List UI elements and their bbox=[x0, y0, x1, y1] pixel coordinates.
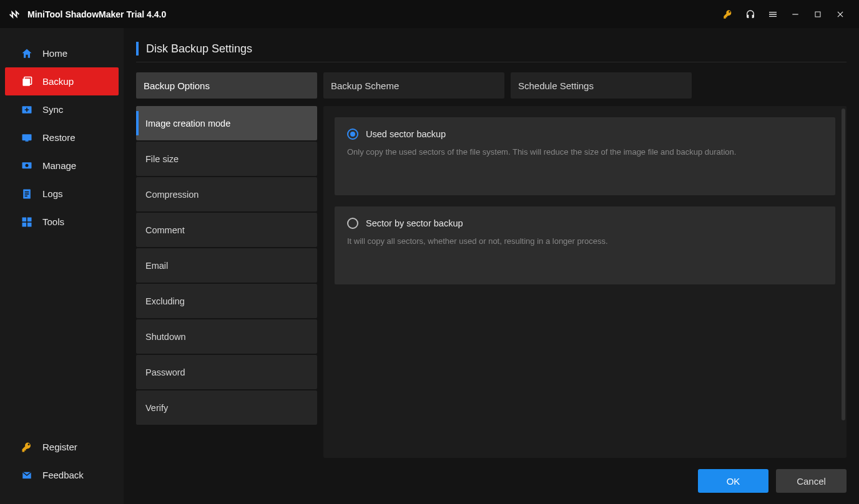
radio-description: Only copy the used sectors of the file s… bbox=[347, 146, 823, 158]
radio-used-sector-backup[interactable]: Used sector backup bbox=[347, 128, 823, 140]
logs-icon bbox=[20, 187, 34, 201]
svg-rect-16 bbox=[27, 217, 32, 221]
settings-tabs: Backup Options Backup Scheme Schedule Se… bbox=[136, 72, 847, 99]
svg-rect-8 bbox=[26, 140, 29, 142]
svg-rect-7 bbox=[22, 134, 32, 140]
option-detail-panel: Used sector backup Only copy the used se… bbox=[323, 106, 847, 458]
content-area: Disk Backup Settings Backup Options Back… bbox=[124, 28, 859, 504]
svg-rect-18 bbox=[27, 222, 32, 226]
sidebar-item-restore[interactable]: Restore bbox=[5, 124, 119, 152]
radio-button-icon bbox=[347, 218, 358, 229]
sidebar-item-tools[interactable]: Tools bbox=[5, 208, 119, 236]
radio-card-used-sector: Used sector backup Only copy the used se… bbox=[335, 117, 835, 195]
sidebar-item-feedback[interactable]: Feedback bbox=[5, 461, 119, 489]
sidebar-item-backup[interactable]: Backup bbox=[5, 67, 119, 95]
sidebar-bottom-nav: Register Feedback bbox=[0, 433, 124, 489]
svg-point-10 bbox=[26, 163, 29, 167]
sidebar-item-logs[interactable]: Logs bbox=[5, 180, 119, 208]
sidebar-item-label: Logs bbox=[42, 188, 63, 199]
sidebar-main-nav: Home Backup Sync Restore Manage Logs bbox=[0, 39, 124, 236]
sidebar-item-label: Home bbox=[42, 48, 67, 59]
sync-icon bbox=[20, 103, 34, 117]
svg-rect-1 bbox=[815, 12, 820, 17]
option-email[interactable]: Email bbox=[136, 248, 317, 283]
scrollbar[interactable] bbox=[842, 109, 845, 420]
home-icon bbox=[20, 47, 34, 61]
cancel-button[interactable]: Cancel bbox=[776, 469, 847, 493]
radio-card-sector-by-sector: Sector by sector backup It will copy all… bbox=[335, 206, 835, 284]
radio-sector-by-sector-backup[interactable]: Sector by sector backup bbox=[347, 218, 823, 229]
option-password[interactable]: Password bbox=[136, 355, 317, 389]
option-verify[interactable]: Verify bbox=[136, 390, 317, 425]
option-excluding[interactable]: Excluding bbox=[136, 284, 317, 318]
sidebar-item-manage[interactable]: Manage bbox=[5, 152, 119, 180]
mail-icon bbox=[20, 468, 34, 482]
titlebar: MiniTool ShadowMaker Trial 4.4.0 bbox=[0, 0, 859, 28]
radio-label: Sector by sector backup bbox=[366, 218, 463, 228]
options-list: Image creation mode File size Compressio… bbox=[136, 106, 317, 458]
radio-label: Used sector backup bbox=[366, 129, 446, 139]
tab-backup-options[interactable]: Backup Options bbox=[136, 72, 317, 99]
sidebar-item-label: Tools bbox=[42, 216, 64, 227]
sidebar-item-label: Restore bbox=[42, 132, 76, 143]
sidebar: Home Backup Sync Restore Manage Logs bbox=[0, 28, 124, 504]
footer-buttons: OK Cancel bbox=[136, 458, 847, 493]
key-icon[interactable] bbox=[717, 0, 739, 28]
svg-rect-17 bbox=[22, 222, 27, 226]
option-comment[interactable]: Comment bbox=[136, 213, 317, 247]
sidebar-item-label: Sync bbox=[42, 104, 63, 115]
radio-description: It will copy all sectors, whether used o… bbox=[347, 235, 823, 248]
menu-icon[interactable] bbox=[762, 0, 784, 28]
option-file-size[interactable]: File size bbox=[136, 142, 317, 176]
backup-icon bbox=[20, 75, 34, 89]
sidebar-item-register[interactable]: Register bbox=[5, 433, 119, 461]
sidebar-item-sync[interactable]: Sync bbox=[5, 95, 119, 124]
minimize-button[interactable] bbox=[784, 0, 807, 28]
sidebar-item-label: Feedback bbox=[42, 470, 84, 480]
tab-schedule-settings[interactable]: Schedule Settings bbox=[511, 72, 692, 99]
tools-icon bbox=[20, 215, 34, 229]
tab-backup-scheme[interactable]: Backup Scheme bbox=[323, 72, 504, 99]
app-title: MiniTool ShadowMaker Trial 4.4.0 bbox=[27, 9, 166, 19]
headphones-icon[interactable] bbox=[739, 0, 762, 28]
option-image-creation-mode[interactable]: Image creation mode bbox=[136, 106, 317, 140]
close-button[interactable] bbox=[829, 0, 852, 28]
key-icon bbox=[20, 440, 34, 454]
option-compression[interactable]: Compression bbox=[136, 177, 317, 211]
sidebar-item-label: Manage bbox=[42, 160, 76, 171]
svg-rect-15 bbox=[22, 217, 27, 221]
header-accent-bar bbox=[136, 42, 139, 56]
radio-button-icon bbox=[347, 128, 358, 140]
app-logo-icon bbox=[7, 7, 21, 21]
restore-icon bbox=[20, 131, 34, 145]
option-shutdown[interactable]: Shutdown bbox=[136, 319, 317, 354]
page-title: Disk Backup Settings bbox=[146, 42, 252, 56]
sidebar-item-home[interactable]: Home bbox=[5, 39, 119, 67]
sidebar-item-label: Register bbox=[42, 442, 77, 452]
sidebar-item-label: Backup bbox=[42, 76, 74, 87]
ok-button[interactable]: OK bbox=[698, 469, 768, 493]
maximize-button[interactable] bbox=[807, 0, 829, 28]
page-header: Disk Backup Settings bbox=[136, 42, 847, 62]
manage-icon bbox=[20, 159, 34, 173]
